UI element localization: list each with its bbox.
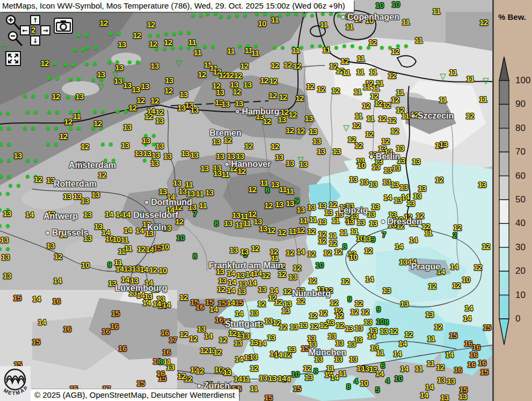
temperature-value: 12 [335,311,344,319]
drizzle-symbol-icon: ● ● [0,191,11,196]
temperature-value: 13 [345,324,353,332]
temperature-value: 12 [340,57,349,65]
temperature-value: 13 [240,247,249,256]
shower-symbol-icon: ▽ [98,83,104,91]
temperature-value: 16 [469,351,478,359]
temperature-value: 13 [307,203,316,211]
temperature-value: 12 [234,71,242,79]
temperature-value: 11 [339,369,347,377]
temperature-value: 10 [394,374,403,382]
temperature-value: 13 [141,82,149,90]
temperature-value: 12 [310,322,318,330]
temperature-value: 12 [52,92,60,100]
temperature-value: 10 [375,1,384,9]
drizzle-symbol-icon: ● ● [23,93,37,98]
temperature-value: 11 [271,16,279,24]
drizzle-symbol-icon: ● ● [116,109,129,114]
pan-left-button[interactable]: ← [20,25,30,35]
temperature-value: 13 [3,272,11,280]
temperature-value: 10 [161,243,169,251]
temperature-value: 10 [176,234,185,242]
temperature-value: 12 [293,264,301,272]
temperature-value: 11 [320,20,328,28]
temperature-value: 13 [143,149,151,157]
temperature-value: 13 [354,324,363,332]
legend-tick-label: 60 [515,171,526,181]
temperature-value: 13 [236,271,245,279]
temperature-value: 16 [52,297,61,305]
temperature-value: 12 [248,185,257,193]
map-canvas[interactable]: ● ●● ●● ●● ●● ●● ●● ●● ●● ●● ●● ●● ●● ●●… [0,0,492,401]
temperature-value: 12 [362,101,370,110]
temperature-value: 13 [393,196,402,204]
temperature-value: 11 [346,23,354,31]
temperature-value: 12 [261,271,270,279]
temperature-value: 12 [368,38,377,46]
temperature-value: 11 [340,228,348,236]
temperature-value: 13 [151,151,160,159]
temperature-value: 13 [346,217,354,225]
temperature-value: 12 [465,112,474,120]
temperature-value: 9 [107,260,112,268]
temperature-value: 13 [249,353,258,361]
temperature-value: 12 [244,142,253,150]
temperature-value: 13 [63,192,71,200]
temperature-value: 13 [412,157,420,165]
temperature-value: 12 [283,61,292,69]
temperature-value: 12 [283,287,291,295]
legend-tick-label: 30 [515,243,526,252]
temperature-value: 11 [196,189,204,198]
temperature-value: 12 [137,245,145,253]
temperature-value: 12 [319,321,328,329]
temperature-value: 13 [235,99,243,107]
temperature-value: 12 [279,93,287,101]
cloud-cover-layer [0,0,492,401]
snapshot-button[interactable] [54,18,73,34]
temperature-value: 4 [354,377,358,385]
temperature-value: 11 [372,84,380,92]
temperature-value: 10 [315,261,324,269]
temperature-value: 10 [357,161,366,169]
temperature-value: 11 [402,112,410,120]
temperature-value: 12 [404,330,413,338]
drizzle-symbol-icon: ● ● [109,31,122,36]
temperature-value: 2 [31,26,35,34]
city-marker-icon [236,110,239,113]
temperature-value: 13 [392,164,400,172]
temperature-value: 12 [268,91,277,99]
temperature-value: 13 [224,219,232,227]
temperature-value: 13 [229,246,238,254]
temperature-value: 12 [331,86,340,94]
temperature-value: 9 [347,295,352,303]
pan-down-button[interactable]: ↓ [30,35,40,46]
right-arrow-icon: → [42,27,48,34]
temperature-value: 13 [399,258,407,266]
pan-right-button[interactable]: → [40,25,50,35]
temperature-value: 13 [1,253,10,261]
temperature-value: 15 [483,323,491,331]
temperature-value: 14 [209,305,218,313]
city-marker-icon [225,163,229,166]
fullscreen-button[interactable] [5,51,21,66]
city-label: Stuttgart [225,320,261,329]
temperature-value: 11 [367,114,375,122]
temperature-value: 13 [362,235,371,243]
temperature-value: 11 [260,179,268,187]
temperature-value: 9 [376,305,381,313]
temperature-value: 13 [349,175,358,183]
temperature-value: 13 [155,116,164,125]
temperature-value: 13 [46,242,55,250]
temperature-value: 13 [158,187,167,195]
temperature-value: 11 [415,364,423,373]
temperature-value: 13 [232,211,241,219]
temperature-value: 13 [234,339,242,347]
pan-up-button[interactable]: ↑ [30,15,40,25]
temperature-value: 13 [91,191,100,199]
temperature-value: 12 [307,250,316,258]
city-label: Copenhagen [341,13,399,21]
temperature-value: 13 [178,187,187,195]
temperature-value: 13 [190,151,199,159]
temperature-value: 15 [301,344,309,352]
temperature-value: 15 [217,299,226,307]
drizzle-symbol-icon: ● ● [46,126,60,130]
